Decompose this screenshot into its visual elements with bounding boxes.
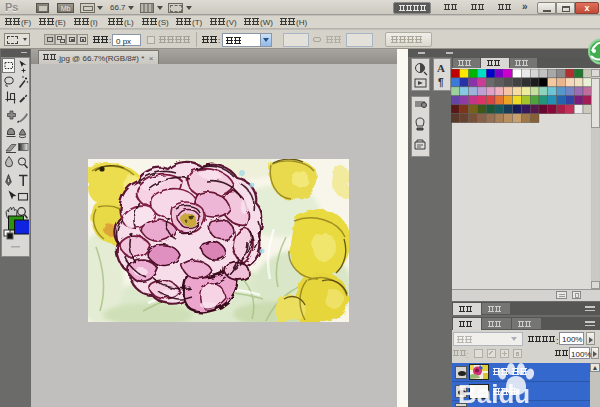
svg-text:A: A: [437, 62, 445, 74]
svg-text:Baidu: Baidu: [458, 379, 530, 407]
svg-text:¶: ¶: [438, 77, 444, 88]
